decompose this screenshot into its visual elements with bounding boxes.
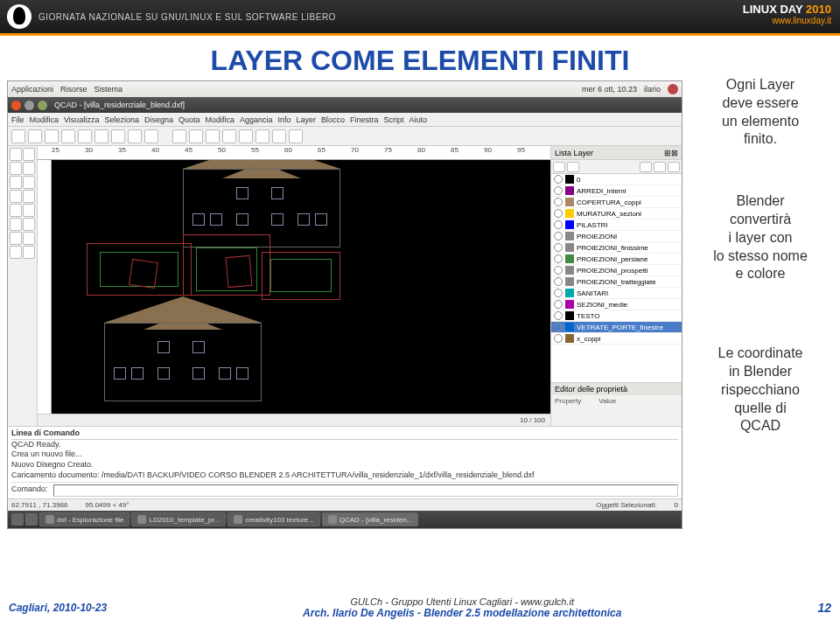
panel-system[interactable]: Sistema — [94, 85, 123, 94]
menu-item[interactable]: Info — [278, 115, 291, 124]
menu-item[interactable]: Modifica — [205, 115, 234, 124]
layer-row[interactable]: MURATURA_sezioni — [551, 208, 682, 219]
layer-row[interactable]: PROIEZIONI_tratteggiate — [551, 276, 682, 288]
visibility-icon[interactable] — [554, 300, 563, 309]
layer-row[interactable]: SANITARI — [551, 288, 682, 299]
visibility-icon[interactable] — [554, 232, 563, 240]
layer-list[interactable]: 0ARREDI_interniCOPERTURA_coppiMURATURA_s… — [551, 174, 682, 382]
tool-polyline[interactable] — [10, 190, 22, 203]
tool-circle[interactable] — [23, 162, 35, 175]
panel-user[interactable]: ilario — [644, 85, 661, 94]
tool-copy[interactable] — [128, 129, 142, 143]
taskbar-item[interactable]: QCAD - [villa_residen... — [322, 512, 419, 526]
layer-hide-all[interactable] — [567, 162, 579, 172]
layer-row[interactable]: PROIEZIONI_prospetti — [551, 265, 682, 276]
visibility-icon[interactable] — [554, 198, 563, 206]
menu-item[interactable]: Aggancia — [240, 115, 273, 124]
layer-row[interactable]: TESTO — [551, 310, 682, 322]
tool-cut[interactable] — [111, 129, 125, 143]
layer-remove[interactable] — [654, 162, 666, 172]
menu-item[interactable]: File — [11, 115, 24, 124]
panel-apps[interactable]: Applicazioni — [11, 85, 53, 94]
visibility-icon[interactable] — [554, 266, 563, 275]
tool-grid[interactable] — [172, 129, 186, 143]
menu-item[interactable]: Visualizza — [64, 115, 99, 124]
tool-spline[interactable] — [23, 176, 35, 189]
tool-text-icon[interactable] — [23, 190, 35, 203]
menu-item[interactable]: Blocco — [321, 115, 345, 124]
tool-snap[interactable] — [23, 246, 35, 259]
tool-redo[interactable] — [94, 129, 108, 143]
tool-arc[interactable] — [10, 162, 22, 175]
tool-zoom-auto[interactable] — [239, 129, 253, 143]
visibility-icon[interactable] — [554, 186, 563, 195]
command-input[interactable] — [53, 484, 678, 497]
visibility-icon[interactable] — [554, 334, 563, 343]
menu-item[interactable]: Disegna — [144, 115, 173, 124]
maximize-button[interactable] — [38, 101, 47, 110]
menu-item[interactable]: Script — [384, 115, 404, 124]
tool-open[interactable] — [28, 129, 42, 143]
tool-zoom-out[interactable] — [222, 129, 236, 143]
tool-save[interactable] — [45, 129, 59, 143]
tool-new[interactable] — [11, 129, 25, 143]
layer-row[interactable]: COPERTURA_coppi — [551, 197, 682, 208]
layer-row[interactable]: PROIEZIONI_finissime — [551, 242, 682, 254]
tool-image[interactable] — [10, 218, 22, 231]
tool-line[interactable] — [23, 148, 35, 161]
tool-hatch[interactable] — [23, 204, 35, 217]
tool-block[interactable] — [23, 218, 35, 231]
tool-paste[interactable] — [144, 129, 158, 143]
layer-row[interactable]: ARREDI_interni — [551, 185, 682, 197]
layer-add[interactable] — [640, 162, 652, 172]
menu-item[interactable]: Finestra — [350, 115, 379, 124]
tool-draft[interactable] — [189, 129, 203, 143]
layer-row[interactable]: PILASTRI — [551, 219, 682, 231]
layer-show-all[interactable] — [553, 162, 565, 172]
layer-row[interactable]: PROIEZIONI_persiane — [551, 254, 682, 265]
tool-pointer[interactable] — [10, 148, 22, 161]
panel-clock[interactable]: mer 6 ott, 10.23 — [582, 85, 637, 94]
taskbar-item[interactable]: creativity103 texture... — [228, 512, 319, 526]
visibility-icon[interactable] — [554, 220, 563, 229]
menu-item[interactable]: Layer — [297, 115, 317, 124]
layer-edit[interactable] — [668, 162, 680, 172]
tool-undo[interactable] — [78, 129, 92, 143]
visibility-icon[interactable] — [554, 323, 563, 331]
tool-explode[interactable] — [10, 232, 22, 245]
taskbar-item[interactable]: LD2010_template_pr... — [131, 512, 226, 526]
minimize-button[interactable] — [24, 101, 34, 110]
tool-dim[interactable] — [10, 204, 22, 217]
visibility-icon[interactable] — [554, 175, 563, 184]
tool-info[interactable] — [10, 246, 22, 259]
power-icon[interactable] — [668, 84, 678, 94]
visibility-icon[interactable] — [554, 311, 563, 320]
layer-row[interactable]: x_coppi — [551, 333, 682, 345]
tool-pan[interactable] — [289, 129, 303, 143]
cad-canvas[interactable] — [52, 160, 550, 414]
visibility-icon[interactable] — [554, 209, 563, 218]
menu-item[interactable]: Quota — [178, 115, 200, 124]
tool-zoom-in[interactable] — [206, 129, 220, 143]
menu-item[interactable]: Aiuto — [410, 115, 428, 124]
visibility-icon[interactable] — [554, 243, 563, 252]
tool-print[interactable] — [61, 129, 75, 143]
tool-ellipse[interactable] — [10, 176, 22, 189]
layer-row[interactable]: VETRATE_PORTE_finestre — [551, 322, 682, 333]
layer-row[interactable]: PROIEZIONI — [551, 231, 682, 242]
layer-row[interactable]: 0 — [551, 174, 682, 185]
tool-zoom-prev[interactable] — [256, 129, 270, 143]
tool-modify[interactable] — [23, 232, 35, 245]
trash-icon[interactable] — [25, 513, 38, 526]
show-desktop-icon[interactable] — [11, 513, 24, 526]
layer-row[interactable]: SEZIONI_medie — [551, 299, 682, 310]
panel-places[interactable]: Risorse — [60, 85, 88, 94]
tool-zoom-window[interactable] — [272, 129, 286, 143]
menu-item[interactable]: Modifica — [30, 115, 60, 124]
close-button[interactable] — [11, 101, 21, 110]
taskbar-item[interactable]: dxf - Esplorazione file — [39, 512, 130, 526]
menu-item[interactable]: Seleziona — [104, 115, 139, 124]
visibility-icon[interactable] — [554, 277, 563, 286]
visibility-icon[interactable] — [554, 289, 563, 297]
visibility-icon[interactable] — [554, 254, 563, 263]
